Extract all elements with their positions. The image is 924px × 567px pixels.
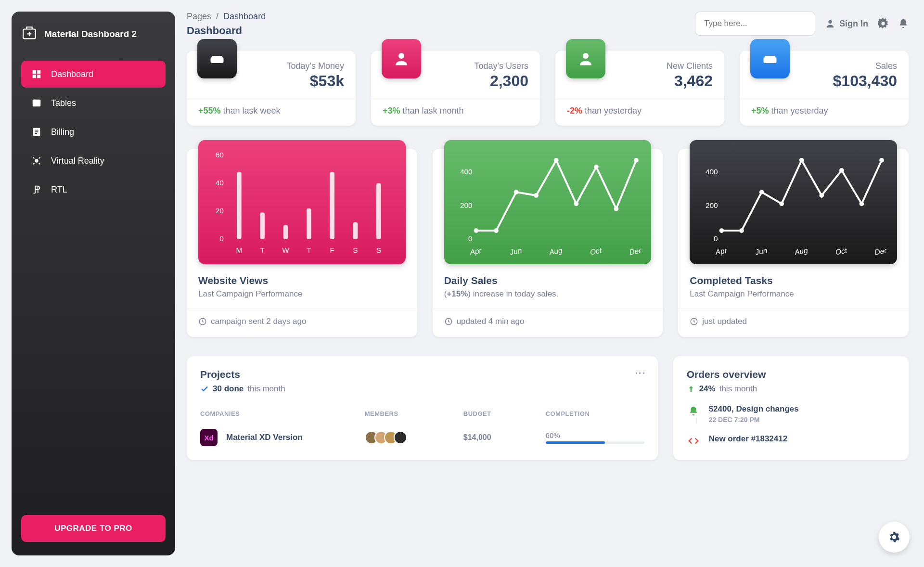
stat-card-users: Today's Users2,300 +3% than lask month <box>371 51 540 126</box>
svg-text:0: 0 <box>468 234 473 243</box>
svg-text:0: 0 <box>714 234 718 243</box>
check-icon <box>200 385 209 393</box>
svg-text:Oct: Oct <box>589 246 602 256</box>
brand-icon <box>21 25 38 43</box>
chart-card-sales: 0200400AprJunAugOctDec Daily Sales (+15%… <box>433 149 663 337</box>
sidebar-item-label: RTL <box>51 185 67 195</box>
chart-subtitle: Last Campaign Performance <box>198 289 406 299</box>
svg-text:Aug: Aug <box>548 246 563 257</box>
order-title: $2400, Design changes <box>709 404 799 414</box>
billing-icon <box>31 126 42 138</box>
completion-pct: 60% <box>546 431 644 439</box>
sidebar-item-label: Dashboard <box>51 69 93 79</box>
order-date: 22 DEC 7:20 PM <box>709 416 799 424</box>
order-item: New order #1832412 <box>687 434 895 448</box>
stats-row: Today's Money$53k +55% than lask week To… <box>187 51 909 126</box>
clock-icon <box>690 317 698 326</box>
projects-panel: Projects 30 done this month ⋮ COMPANIES … <box>187 356 658 460</box>
brand[interactable]: Material Dashboard 2 <box>21 25 166 43</box>
svg-rect-29 <box>353 222 358 239</box>
svg-text:T: T <box>260 246 265 254</box>
breadcrumb-root[interactable]: Pages <box>187 12 211 21</box>
svg-rect-4 <box>37 75 40 78</box>
table-row: Xd Material XD Version $14,000 60% <box>200 429 644 446</box>
chart-title: Website Views <box>198 275 406 286</box>
col-completion: COMPLETION <box>546 410 644 417</box>
breadcrumb-current: Dashboard <box>223 12 266 21</box>
signin-link[interactable]: Sign In <box>825 18 868 29</box>
svg-rect-9 <box>211 57 224 63</box>
settings-fab[interactable] <box>879 522 910 553</box>
sidebar-item-dashboard[interactable]: Dashboard <box>21 61 166 88</box>
svg-point-45 <box>634 158 639 163</box>
table-header: COMPANIES MEMBERS BUDGET COMPLETION <box>200 410 644 417</box>
chart-card-tasks: 0200400AprJunAugOctDec Completed Tasks L… <box>678 149 909 337</box>
arrow-up-icon <box>687 385 695 393</box>
bottom-row: Projects 30 done this month ⋮ COMPANIES … <box>187 356 909 460</box>
breadcrumb: Pages / Dashboard <box>187 12 266 22</box>
avatar[interactable] <box>394 431 407 444</box>
svg-point-43 <box>594 165 599 169</box>
svg-point-57 <box>759 190 764 194</box>
orders-delta: 24% <box>699 384 716 394</box>
svg-text:0: 0 <box>219 234 224 243</box>
search-input[interactable] <box>695 12 815 36</box>
members-avatars <box>365 431 463 444</box>
chart-canvas: 0200400AprJunAugOctDec <box>444 140 652 264</box>
svg-point-55 <box>719 228 724 233</box>
bell-icon <box>687 404 700 418</box>
svg-rect-23 <box>283 225 288 239</box>
stat-tail: than yesterday <box>769 106 828 116</box>
svg-point-8 <box>828 20 832 24</box>
main: Pages / Dashboard Dashboard Sign In Toda… <box>187 0 924 567</box>
svg-point-56 <box>740 228 744 233</box>
brand-name: Material Dashboard 2 <box>44 29 137 39</box>
svg-text:400: 400 <box>460 168 473 176</box>
svg-rect-5 <box>33 100 41 107</box>
budget: $14,000 <box>463 433 546 442</box>
svg-text:20: 20 <box>216 206 224 215</box>
svg-point-59 <box>799 158 804 163</box>
clock-icon <box>198 317 207 326</box>
rtl-icon <box>31 184 42 195</box>
svg-rect-25 <box>307 208 311 239</box>
more-icon[interactable]: ⋮ <box>634 368 646 377</box>
stat-delta: -2% <box>567 106 582 116</box>
svg-text:Dec: Dec <box>629 246 641 257</box>
gear-icon <box>888 531 900 543</box>
bell-icon[interactable] <box>898 18 909 29</box>
svg-text:M: M <box>236 246 242 254</box>
svg-point-41 <box>554 158 559 163</box>
topbar: Pages / Dashboard Dashboard Sign In <box>187 12 909 37</box>
sidebar-item-rtl[interactable]: RTL <box>21 176 166 203</box>
gear-icon[interactable] <box>878 18 888 29</box>
signin-label: Sign In <box>839 19 868 29</box>
chart-card-views: 0204060MTWTFSS Website Views Last Campai… <box>187 149 417 337</box>
svg-rect-14 <box>765 56 775 57</box>
upgrade-button[interactable]: UPGRADE TO PRO <box>21 515 166 542</box>
sidebar-item-billing[interactable]: Billing <box>21 118 166 145</box>
svg-text:60: 60 <box>216 151 224 159</box>
sidebar-item-label: Billing <box>51 127 74 137</box>
stat-tail: than lask week <box>221 106 281 116</box>
completion: 60% <box>546 431 644 444</box>
sidebar-item-vr[interactable]: Virtual Reality <box>21 147 166 174</box>
chart-canvas: 0204060MTWTFSS <box>198 140 406 264</box>
svg-point-7 <box>35 159 38 162</box>
svg-text:W: W <box>282 246 289 254</box>
stat-card-sales: Sales$103,430 +5% than yesterday <box>740 51 909 126</box>
svg-text:S: S <box>353 246 358 254</box>
svg-point-12 <box>583 53 589 59</box>
sidebar-item-label: Virtual Reality <box>51 156 104 166</box>
svg-rect-31 <box>376 183 381 239</box>
svg-text:Aug: Aug <box>794 246 808 257</box>
sidebar-item-tables[interactable]: Tables <box>21 90 166 116</box>
svg-text:F: F <box>330 246 334 254</box>
stat-card-money: Today's Money$53k +55% than lask week <box>187 51 356 126</box>
svg-rect-21 <box>260 212 265 239</box>
person-icon <box>566 39 605 78</box>
projects-done: 30 done <box>213 384 244 394</box>
svg-point-42 <box>574 202 578 206</box>
projects-done-tail: this month <box>247 384 285 394</box>
breadcrumb-sep: / <box>214 12 223 21</box>
